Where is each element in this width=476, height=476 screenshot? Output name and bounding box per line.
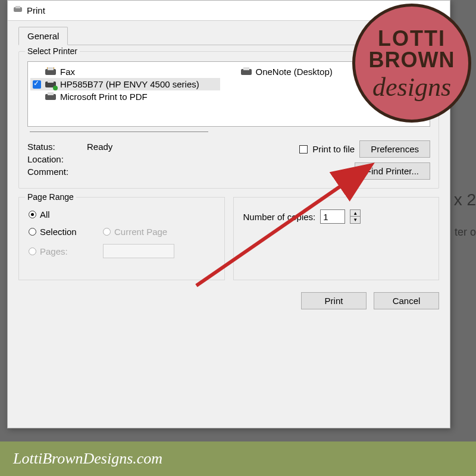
print-dialog: Print General Select Printer Fax HP585B <box>7 0 450 428</box>
radio-pages-label: Pages: <box>40 246 99 256</box>
radio-current-page-label: Current Page <box>114 227 167 237</box>
location-label: Location: <box>27 154 87 164</box>
printer-item-onenote[interactable]: OneNote (Desktop) <box>238 65 428 78</box>
printer-item-pdf[interactable]: Microsoft Print to PDF <box>30 90 220 103</box>
copies-label: Number of copies: <box>243 212 316 222</box>
cancel-button[interactable]: Cancel <box>374 292 439 309</box>
tab-row: General <box>18 27 439 45</box>
footer-bar: LottiBrownDesigns.com <box>0 441 476 476</box>
dialog-titlebar[interactable]: Print <box>8 1 450 21</box>
printer-label: Fax <box>60 67 75 77</box>
printer-icon <box>12 6 23 15</box>
radio-current-page <box>103 228 111 236</box>
printer-list[interactable]: Fax HP585B77 (HP ENVY 4500 series) Micro… <box>27 61 430 127</box>
background-text-line1: x 2 <box>454 190 476 209</box>
print-to-file-checkbox[interactable] <box>299 145 308 154</box>
radio-selection-label: Selection <box>40 227 99 237</box>
printer-icon <box>45 92 57 102</box>
tab-general[interactable]: General <box>18 27 68 45</box>
select-printer-group: Select Printer Fax HP585B77 (HP ENVY 450… <box>18 51 439 189</box>
print-button[interactable]: Print <box>301 292 367 309</box>
pages-input <box>103 244 174 258</box>
radio-selection[interactable] <box>29 228 36 236</box>
select-printer-legend: Select Printer <box>25 46 80 56</box>
printer-item-fax[interactable]: Fax <box>30 65 220 78</box>
copies-spinner[interactable]: ▲ ▼ <box>350 209 361 224</box>
spin-up-icon[interactable]: ▲ <box>350 210 360 217</box>
background-text-line2: ter o <box>455 226 476 239</box>
printer-label: HP585B77 (HP ENVY 4500 series) <box>60 79 199 89</box>
printer-ready-icon <box>45 80 57 89</box>
spin-down-icon[interactable]: ▼ <box>350 217 360 223</box>
printer-label: OneNote (Desktop) <box>256 67 333 77</box>
page-range-legend: Page Range <box>25 192 76 202</box>
radio-all-label: All <box>40 209 50 220</box>
radio-all[interactable] <box>29 211 36 218</box>
radio-pages <box>29 248 36 255</box>
printer-icon <box>240 67 252 77</box>
dialog-title: Print <box>27 5 45 15</box>
copies-input[interactable] <box>320 209 345 224</box>
print-to-file-label: Print to file <box>312 144 355 154</box>
status-label: Status: <box>27 142 87 152</box>
comment-label: Comment: <box>27 167 87 177</box>
footer-text: LottiBrownDesigns.com <box>13 450 162 468</box>
page-range-group: Page Range All Selection Current Page Pa… <box>18 197 225 280</box>
fax-icon <box>45 67 57 77</box>
divider <box>30 131 208 132</box>
copies-group: Number of copies: ▲ ▼ <box>233 197 440 280</box>
preferences-button[interactable]: Preferences <box>359 140 430 158</box>
printer-item-hp[interactable]: HP585B77 (HP ENVY 4500 series) <box>30 78 220 90</box>
printer-label: Microsoft Print to PDF <box>60 92 148 102</box>
find-printer-button[interactable]: Find Printer... <box>355 162 430 180</box>
check-icon <box>33 80 41 89</box>
status-value: Ready <box>87 142 112 152</box>
